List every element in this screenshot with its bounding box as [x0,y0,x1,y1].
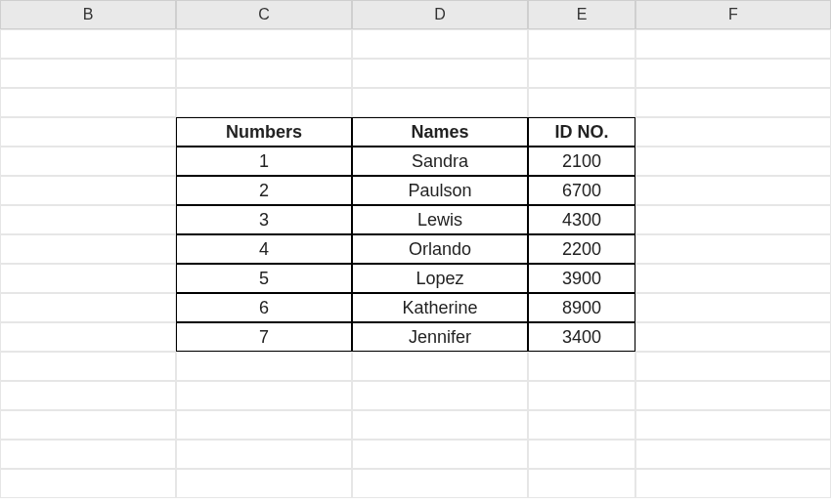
cell-e14[interactable] [528,381,635,410]
cell-d13[interactable] [352,352,528,381]
table-cell-id[interactable]: 3400 [528,322,635,352]
cell-f14[interactable] [635,381,831,410]
cell-b10[interactable] [0,264,176,293]
table-cell-number[interactable]: 7 [176,322,352,352]
column-header-d[interactable]: D [352,0,528,29]
cell-d15[interactable] [352,410,528,440]
cell-b15[interactable] [0,410,176,440]
table-cell-id[interactable]: 2200 [528,234,635,264]
cell-c15[interactable] [176,410,352,440]
cell-d14[interactable] [352,381,528,410]
cell-c4[interactable] [176,88,352,117]
cell-c14[interactable] [176,381,352,410]
cell-f9[interactable] [635,234,831,264]
cell-f8[interactable] [635,205,831,234]
cell-b7[interactable] [0,176,176,205]
cell-b17[interactable] [0,469,176,498]
cell-c2[interactable] [176,29,352,59]
cell-f2[interactable] [635,29,831,59]
cell-d17[interactable] [352,469,528,498]
cell-b3[interactable] [0,59,176,88]
cell-c16[interactable] [176,440,352,469]
cell-f6[interactable] [635,147,831,176]
table-cell-id[interactable]: 8900 [528,293,635,322]
table-cell-number[interactable]: 3 [176,205,352,234]
table-cell-number[interactable]: 6 [176,293,352,322]
table-cell-number[interactable]: 1 [176,147,352,176]
column-header-f[interactable]: F [635,0,831,29]
table-cell-name[interactable]: Sandra [352,147,528,176]
table-header-numbers[interactable]: Numbers [176,117,352,147]
table-header-id-no[interactable]: ID NO. [528,117,635,147]
column-header-b[interactable]: B [0,0,176,29]
table-cell-name[interactable]: Paulson [352,176,528,205]
cell-f15[interactable] [635,410,831,440]
cell-e15[interactable] [528,410,635,440]
cell-b13[interactable] [0,352,176,381]
table-cell-number[interactable]: 5 [176,264,352,293]
cell-e16[interactable] [528,440,635,469]
cell-b2[interactable] [0,29,176,59]
cell-b6[interactable] [0,147,176,176]
cell-b16[interactable] [0,440,176,469]
table-cell-name[interactable]: Lopez [352,264,528,293]
cell-b8[interactable] [0,205,176,234]
cell-e13[interactable] [528,352,635,381]
cell-e3[interactable] [528,59,635,88]
cell-f11[interactable] [635,293,831,322]
cell-b11[interactable] [0,293,176,322]
cell-e4[interactable] [528,88,635,117]
cell-b5[interactable] [0,117,176,147]
table-cell-number[interactable]: 4 [176,234,352,264]
cell-d4[interactable] [352,88,528,117]
table-cell-name[interactable]: Katherine [352,293,528,322]
cell-f4[interactable] [635,88,831,117]
table-cell-name[interactable]: Orlando [352,234,528,264]
cell-e17[interactable] [528,469,635,498]
spreadsheet[interactable]: B C D E F Numbers Names ID NO. 1 Sandra … [0,0,831,498]
cell-c17[interactable] [176,469,352,498]
cell-f10[interactable] [635,264,831,293]
cell-d16[interactable] [352,440,528,469]
table-cell-id[interactable]: 3900 [528,264,635,293]
cell-f7[interactable] [635,176,831,205]
cell-c3[interactable] [176,59,352,88]
cell-b4[interactable] [0,88,176,117]
table-cell-id[interactable]: 4300 [528,205,635,234]
column-header-c[interactable]: C [176,0,352,29]
cell-b9[interactable] [0,234,176,264]
table-cell-name[interactable]: Lewis [352,205,528,234]
cell-c13[interactable] [176,352,352,381]
cell-f13[interactable] [635,352,831,381]
cell-f16[interactable] [635,440,831,469]
cell-d2[interactable] [352,29,528,59]
table-cell-id[interactable]: 2100 [528,147,635,176]
cell-d3[interactable] [352,59,528,88]
table-cell-id[interactable]: 6700 [528,176,635,205]
table-cell-name[interactable]: Jennifer [352,322,528,352]
cell-f12[interactable] [635,322,831,352]
cell-f17[interactable] [635,469,831,498]
cell-f5[interactable] [635,117,831,147]
cell-b14[interactable] [0,381,176,410]
cell-b12[interactable] [0,322,176,352]
cell-e2[interactable] [528,29,635,59]
cell-f3[interactable] [635,59,831,88]
column-header-e[interactable]: E [528,0,635,29]
table-header-names[interactable]: Names [352,117,528,147]
table-cell-number[interactable]: 2 [176,176,352,205]
